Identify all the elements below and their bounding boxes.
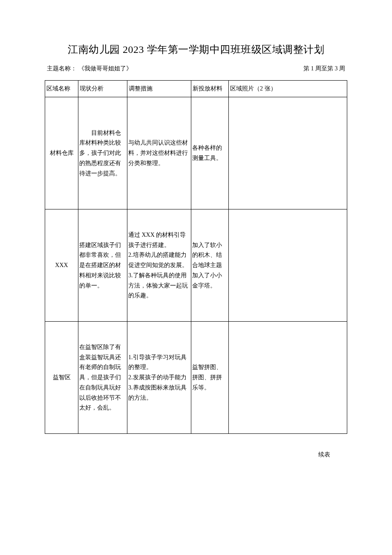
cell-materials: 益智拼图、拼图、拼拼乐等。 <box>191 322 229 434</box>
header-photos: 区域照片（2 张） <box>229 81 347 97</box>
cell-materials: 加入了软小的积木、结合地球主题加入了小小金字塔。 <box>191 209 229 322</box>
cell-analysis: 搭建区域孩子们都非常喜欢，但是在搭建区的材料相对来说比较的单一。 <box>78 209 127 322</box>
table-row: 材料仓库 目前材料仓库材料种类比较多，孩子们对此的熟悉程度还有待进一步提高。 与… <box>45 97 347 209</box>
cell-analysis: 在益智区除了有盒装益智玩具还有老师的自制玩具，但是孩子们在自制玩具玩好以后收拾环… <box>78 322 127 434</box>
plan-table: 区域名称 现状分析 调整措施 新投放材料 区域照片（2 张） 材料仓库 目前材料… <box>45 80 347 434</box>
cell-analysis: 目前材料仓库材料种类比较多，孩子们对此的熟悉程度还有待进一步提高。 <box>78 97 127 209</box>
cell-photos <box>229 209 347 322</box>
theme-name: 《我做哥哥姐姐了》 <box>78 65 132 72</box>
header-measures: 调整措施 <box>127 81 191 97</box>
table-row: XXX 搭建区域孩子们都非常喜欢，但是在搭建区的材料相对来说比较的单一。 通过 … <box>45 209 347 322</box>
page-title: 江南幼儿园 2023 学年第一学期中四班班级区域调整计划 <box>45 43 347 56</box>
subheader: 主题名称： 《我做哥哥姐姐了》 第 1 周至第 3 周 <box>45 65 347 73</box>
theme-section: 主题名称： 《我做哥哥姐姐了》 <box>47 65 132 73</box>
table-body: 材料仓库 目前材料仓库材料种类比较多，孩子们对此的熟悉程度还有待进一步提高。 与… <box>45 97 347 434</box>
table-row: 益智区 在益智区除了有盒装益智玩具还有老师的自制玩具，但是孩子们在自制玩具玩好以… <box>45 322 347 434</box>
week-range: 第 1 周至第 3 周 <box>303 65 345 73</box>
cell-area: 材料仓库 <box>45 97 78 209</box>
cell-area: XXX <box>45 209 78 322</box>
theme-label: 主题名称： <box>47 65 77 72</box>
cell-measures: 通过 XXX 的材料引导孩子进行搭建。2.培养幼儿的搭建能力促进空间知觉的发展。… <box>127 209 191 322</box>
cell-photos <box>229 97 347 209</box>
cell-materials: 各种各样的测量工具。 <box>191 97 229 209</box>
footer-continue: 续表 <box>45 451 347 459</box>
header-materials: 新投放材料 <box>191 81 229 97</box>
cell-measures: 1.引导孩子学习对玩具的整理。2.发展孩子的动手能力3.养成按图标来放玩具的方法… <box>127 322 191 434</box>
table-header-row: 区域名称 现状分析 调整措施 新投放材料 区域照片（2 张） <box>45 81 347 97</box>
cell-area: 益智区 <box>45 322 78 434</box>
cell-measures: 与幼儿共同认识这些材料，并对这些材料进行分类和整理。 <box>127 97 191 209</box>
cell-photos <box>229 322 347 434</box>
header-analysis: 现状分析 <box>78 81 127 97</box>
header-area: 区域名称 <box>45 81 78 97</box>
